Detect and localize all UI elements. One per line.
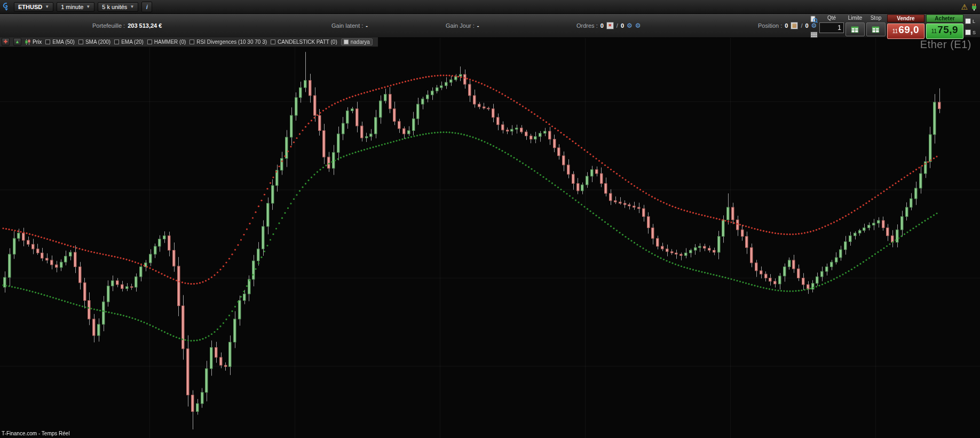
indicator-label: EMA (50) [52, 39, 75, 45]
chevron-down-icon: ▼ [45, 4, 49, 9]
portfolio-stat: Portefeuille : 203 513,24 € [92, 14, 162, 37]
indicator-toggle-ema-20[interactable]: EMA (20) [114, 39, 144, 45]
keypad-icon[interactable] [810, 32, 818, 38]
gain-day-value: - [477, 22, 479, 29]
feed-status-text: T-Finance.com - Temps Réel [2, 431, 70, 436]
units-dropdown[interactable]: 5 k unités ▼ [98, 2, 138, 12]
orders-auto-gear-icon[interactable]: ⚙ [635, 22, 641, 29]
indicator-label: RSI Divergences (10 30 70 3) [196, 39, 267, 45]
top-toolbar: ETHUSD ▼ 1 minute ▼ 5 k unités ▼ i ⚠ [0, 0, 980, 14]
gain-latent-label: Gain latent : [331, 22, 363, 29]
portfolio-value: 203 513,24 € [128, 22, 162, 29]
short-checkbox-label: S [973, 30, 976, 35]
limit-order-button[interactable] [845, 22, 865, 36]
price-series-toggle[interactable]: Prix [25, 39, 42, 45]
long-checkbox-label: L [973, 19, 975, 24]
symbol-label: ETHUSD [18, 4, 42, 10]
checkbox-icon [114, 40, 119, 44]
gain-latent-value: - [366, 22, 368, 29]
buy-button[interactable]: 11 75,9 [926, 24, 963, 39]
limit-label: Limite [845, 14, 865, 21]
symbol-watermark: Ether (E1) [920, 38, 971, 51]
symbol-dropdown[interactable]: ETHUSD ▼ [14, 2, 53, 12]
gain-day-stat: Gain Jour : - [446, 14, 479, 37]
indicator-toggle-sma-200[interactable]: SMA (200) [78, 39, 110, 45]
stop-column: Stop [866, 14, 886, 39]
indicator-toggle-rsi-divergences-10-30-70-3[interactable]: RSI Divergences (10 30 70 3) [189, 39, 267, 45]
orders-count: 0 [600, 22, 604, 29]
add-indicator-button[interactable]: ✚ [2, 38, 10, 46]
orders-stat: Ordres : 0 ✖ / 0 ⚙ ⚙ [576, 14, 641, 37]
buy-price-prefix: 11 [931, 28, 937, 34]
quantity-input[interactable] [819, 22, 844, 33]
quantity-label: Qté [819, 14, 844, 21]
position-stat: Position : 0 ▦ / 0 ⚙ [758, 14, 817, 37]
order-search-icon[interactable] [810, 15, 818, 23]
topbar-status-icons: ⚠ [961, 0, 978, 14]
gain-latent-stat: Gain latent : - [331, 14, 368, 37]
move-up-button[interactable]: ▲ [13, 38, 21, 46]
info-button[interactable]: i [141, 2, 152, 12]
gain-day-label: Gain Jour : [446, 22, 475, 29]
orders-label: Ordres : [576, 22, 598, 29]
indicator-label: CANDELSTICK PATT (0) [278, 39, 337, 45]
short-checkbox[interactable] [965, 29, 971, 35]
indicator-toggle-list: EMA (50)SMA (200)EMA (20)HAMMER (0)RSI D… [45, 38, 373, 45]
checkbox-icon [78, 40, 83, 44]
timeframe-dropdown[interactable]: 1 minute ▼ [57, 2, 94, 12]
stop-label: Stop [866, 14, 886, 21]
checkbox-icon [147, 40, 152, 44]
indicator-label: HAMMER (0) [154, 39, 186, 45]
price-chart-canvas[interactable] [0, 37, 980, 438]
position-slash: / [801, 22, 802, 29]
indicator-toggle-hammer-0[interactable]: HAMMER (0) [147, 39, 186, 45]
indicator-label: SMA (200) [85, 39, 110, 45]
orders-count-2: 0 [621, 22, 624, 29]
indicator-label: EMA (20) [121, 39, 144, 45]
stop-order-table-icon [872, 26, 880, 33]
app-logo-icon [2, 3, 11, 11]
sell-column: Vendre 11 69,0 [887, 14, 924, 39]
close-position-icon[interactable]: ▦ [791, 22, 798, 29]
position-label: Position : [758, 22, 782, 29]
sell-price-prefix: 11 [892, 28, 898, 34]
portfolio-label: Portefeuille : [92, 22, 125, 29]
side-options: L S [965, 14, 976, 39]
checkbox-icon [344, 40, 349, 44]
trade-panel: Qté Limite Stop Vendre 11 69 [810, 14, 976, 39]
timeframe-label: 1 minute [61, 4, 83, 10]
stop-order-button[interactable] [866, 22, 886, 36]
buy-column: Acheter 11 75,9 [926, 14, 963, 39]
indicator-toggle-ema-50[interactable]: EMA (50) [45, 39, 75, 45]
position-count-2: 0 [805, 22, 808, 29]
long-checkbox[interactable] [965, 18, 971, 24]
orders-settings-gear-icon[interactable]: ⚙ [627, 22, 633, 29]
sell-header: Vendre [887, 14, 924, 22]
indicator-label: nadarya [351, 39, 370, 45]
connection-status-icon[interactable] [970, 3, 978, 11]
trade-panel-tools [810, 14, 818, 39]
price-series-label: Prix [33, 39, 42, 45]
chart-area: ✚ ▲ Prix EMA (50)SMA (200)EMA (20)HAMMER… [0, 37, 980, 438]
indicator-toggle-nadarya[interactable]: nadarya [341, 38, 373, 45]
alert-warning-icon[interactable]: ⚠ [961, 3, 968, 11]
cancel-orders-icon[interactable]: ✖ [606, 22, 614, 29]
orders-slash: / [617, 22, 618, 29]
buy-header: Acheter [926, 14, 963, 22]
indicator-toggle-candelstick-patt-0[interactable]: CANDELSTICK PATT (0) [271, 39, 337, 45]
chevron-down-icon: ▼ [86, 4, 90, 9]
limit-column: Limite [845, 14, 865, 39]
limit-order-table-icon [851, 26, 859, 33]
quantity-column: Qté [819, 14, 844, 39]
sell-button[interactable]: 11 69,0 [887, 24, 924, 39]
chevron-down-icon: ▼ [130, 4, 134, 9]
units-label: 5 k unités [102, 4, 127, 10]
sell-price: 69,0 [898, 24, 919, 36]
buy-price: 75,9 [937, 24, 958, 36]
indicator-bar: ✚ ▲ Prix EMA (50)SMA (200)EMA (20)HAMMER… [0, 37, 378, 47]
position-count: 0 [785, 22, 788, 29]
candlestick-icon [25, 39, 30, 45]
checkbox-icon [271, 40, 275, 44]
checkbox-icon [45, 40, 50, 44]
checkbox-icon [189, 40, 194, 44]
